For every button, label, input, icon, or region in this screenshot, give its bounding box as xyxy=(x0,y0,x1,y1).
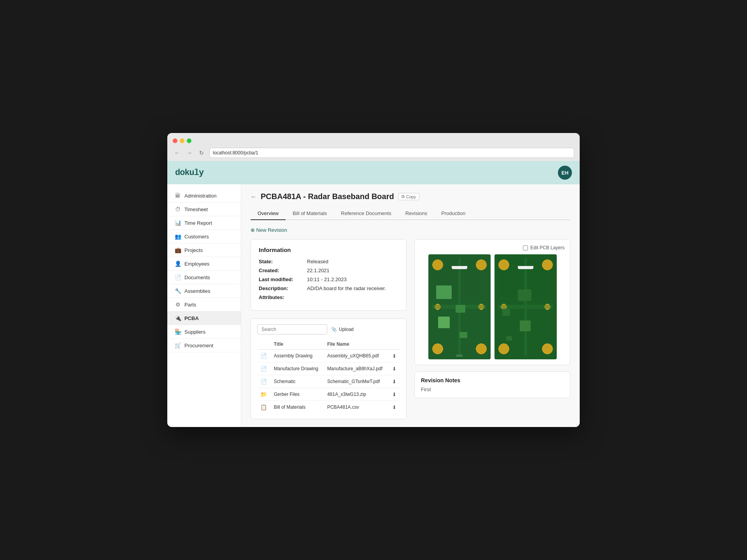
files-card: 📎 Upload Title File Name xyxy=(251,318,407,419)
attributes-label: Attributes: xyxy=(259,294,305,300)
sidebar-item-projects[interactable]: 💼 Projects xyxy=(167,243,241,257)
sidebar-item-label: Timesheet xyxy=(184,206,208,212)
window-minimize-dot[interactable] xyxy=(180,138,184,143)
pcb-header: Edit PCB Layers xyxy=(420,245,565,250)
edit-pcb-layers-checkbox[interactable] xyxy=(523,245,528,250)
file-name: Manufacture_aB8hXaJ.pdf xyxy=(324,362,389,375)
sidebar-item-procurement[interactable]: 🛒 Procurement xyxy=(167,339,241,352)
copy-icon: ⧉ xyxy=(402,194,405,199)
left-column: Information State: Released Created: 22.… xyxy=(251,239,407,419)
table-row: 📄 Assembly Drawing Assembly_uXQHB65.pdf … xyxy=(257,350,400,362)
window-maximize-dot[interactable] xyxy=(187,138,191,143)
page-title: PCBA481A - Radar Baseband Board xyxy=(261,192,394,201)
download-icon[interactable]: ⬇ xyxy=(392,366,396,372)
back-button[interactable]: ← xyxy=(173,149,181,157)
sidebar-item-pcba[interactable]: 🔌 PCBA xyxy=(167,312,241,325)
sidebar-item-documents[interactable]: 📄 Documents xyxy=(167,271,241,284)
created-label: Created: xyxy=(259,268,305,273)
files-table: Title File Name 📄 Assembly Drawing Assem… xyxy=(257,339,400,413)
col-icon xyxy=(257,339,271,350)
assemblies-icon: 🔧 xyxy=(174,288,181,294)
file-title: Bill of Materials xyxy=(271,401,324,414)
sidebar-item-label: PCBA xyxy=(184,315,199,321)
content-area: ← PCBA481A - Radar Baseband Board ⧉ Copy… xyxy=(241,184,580,427)
file-title: Assembly Drawing xyxy=(271,350,324,362)
sidebar-item-label: Customers xyxy=(184,234,209,240)
administration-icon: 🏛 xyxy=(174,192,181,199)
sidebar-item-assemblies[interactable]: 🔧 Assemblies xyxy=(167,284,241,298)
sidebar-item-timesheet[interactable]: ⏱ Timesheet xyxy=(167,203,241,216)
back-arrow[interactable]: ← xyxy=(251,193,257,200)
upload-button[interactable]: 📎 Upload xyxy=(331,327,354,332)
info-row-description: Description: AD/DA board for the radar r… xyxy=(259,285,398,291)
download-icon[interactable]: ⬇ xyxy=(392,392,396,397)
file-type-icon: 📋 xyxy=(260,404,267,410)
new-revision-button[interactable]: ⊕ New Revision xyxy=(251,227,570,233)
copy-button[interactable]: ⧉ Copy xyxy=(398,193,420,200)
info-row-state: State: Released xyxy=(259,259,398,264)
forward-button[interactable]: → xyxy=(185,149,194,157)
file-title: Manufacture Drawing xyxy=(271,362,324,375)
revision-notes-card: Revision Notes First xyxy=(414,371,570,398)
file-type-icon: 📁 xyxy=(260,391,267,397)
tab-bill-of-materials[interactable]: Bill of Materials xyxy=(286,207,334,220)
main-columns: Information State: Released Created: 22.… xyxy=(251,239,570,419)
sidebar-item-label: Suppliers xyxy=(184,329,205,335)
tabs: Overview Bill of Materials Reference Doc… xyxy=(251,207,570,220)
app-header: dokuly EH xyxy=(167,161,580,184)
files-toolbar: 📎 Upload xyxy=(257,324,400,334)
sidebar-item-label: Procurement xyxy=(184,343,213,348)
sidebar-item-parts[interactable]: ⚙ Parts xyxy=(167,298,241,312)
search-input[interactable] xyxy=(257,324,327,334)
tab-overview[interactable]: Overview xyxy=(251,207,286,220)
sidebar-item-time-report[interactable]: 📊 Time Report xyxy=(167,216,241,230)
description-label: Description: xyxy=(259,285,305,291)
projects-icon: 💼 xyxy=(174,247,181,253)
download-icon[interactable]: ⬇ xyxy=(392,404,396,410)
tab-reference-documents[interactable]: Reference Documents xyxy=(334,207,398,220)
information-heading: Information xyxy=(259,247,398,253)
download-icon[interactable]: ⬇ xyxy=(392,353,396,359)
sidebar-item-label: Administration xyxy=(184,193,216,199)
sidebar-item-customers[interactable]: 👥 Customers xyxy=(167,230,241,243)
tab-revisions[interactable]: Revisions xyxy=(398,207,434,220)
upload-icon: 📎 xyxy=(331,327,337,332)
file-title: Gerber Files xyxy=(271,388,324,401)
file-title: Schematic xyxy=(271,375,324,388)
customers-icon: 👥 xyxy=(174,233,181,240)
download-icon[interactable]: ⬇ xyxy=(392,379,396,385)
sidebar-item-suppliers[interactable]: 🏪 Suppliers xyxy=(167,325,241,339)
last-modified-label: Last modified: xyxy=(259,276,305,282)
description-value: AD/DA board for the radar receiver. xyxy=(307,285,398,291)
sidebar-item-label: Time Report xyxy=(184,220,212,226)
table-row: 📄 Schematic Schematic_GTsnMwT.pdf ⬇ xyxy=(257,375,400,388)
col-title: Title xyxy=(271,339,324,350)
tab-production[interactable]: Production xyxy=(434,207,472,220)
file-type-icon: 📄 xyxy=(260,378,267,385)
sidebar-item-administration[interactable]: 🏛 Administration xyxy=(167,189,241,203)
pcba-icon: 🔌 xyxy=(174,315,181,321)
attributes-value xyxy=(307,294,398,300)
sidebar-item-label: Parts xyxy=(184,302,196,308)
table-row: 📁 Gerber Files 481A_x3lwG13.zip ⬇ xyxy=(257,388,400,401)
window-close-dot[interactable] xyxy=(173,138,177,143)
timesheet-icon: ⏱ xyxy=(174,206,181,212)
table-row: 📄 Manufacture Drawing Manufacture_aB8hXa… xyxy=(257,362,400,375)
file-type-icon: 📄 xyxy=(260,366,267,372)
info-row-attributes: Attributes: xyxy=(259,294,398,300)
procurement-icon: 🛒 xyxy=(174,342,181,348)
col-actions xyxy=(389,339,400,350)
app-logo: dokuly xyxy=(175,168,203,178)
user-avatar[interactable]: EH xyxy=(558,166,572,180)
sidebar-item-label: Assemblies xyxy=(184,288,210,294)
file-name: Assembly_uXQHB65.pdf xyxy=(324,350,389,362)
reload-button[interactable]: ↻ xyxy=(198,149,205,157)
col-filename: File Name xyxy=(324,339,389,350)
last-modified-value: 10:11 - 21.2.2023 xyxy=(307,276,398,282)
url-bar[interactable] xyxy=(209,148,574,158)
sidebar-item-label: Employees xyxy=(184,261,209,267)
sidebar-item-employees[interactable]: 👤 Employees xyxy=(167,257,241,271)
created-value: 22.1.2021 xyxy=(307,268,398,273)
revision-notes-text: First xyxy=(421,387,564,392)
table-row: 📋 Bill of Materials PCBA481A.csv ⬇ xyxy=(257,401,400,414)
